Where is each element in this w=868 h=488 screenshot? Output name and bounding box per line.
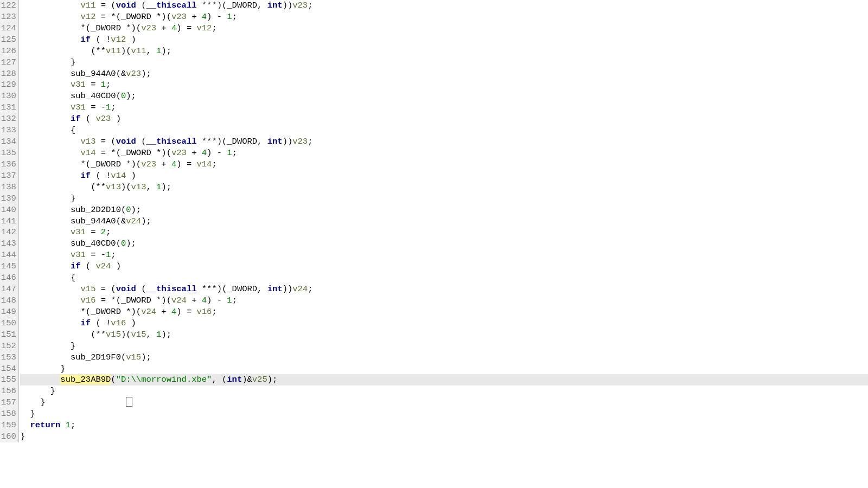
token: v16 (111, 318, 126, 328)
token: ) (111, 261, 121, 271)
code-line[interactable]: } (20, 386, 868, 397)
token: 1 (106, 102, 111, 112)
token: v23 (171, 148, 187, 158)
token: 1 (227, 148, 232, 158)
code-line[interactable]: *(_DWORD *)(v23 + 4) = v12; (20, 23, 868, 34)
token: 0 (121, 239, 126, 248)
line-number: 160 (1, 431, 16, 442)
code-line[interactable]: (**v11)(v11, 1); (20, 46, 868, 57)
code-line[interactable]: v13 = (void (__thiscall ***)(_DWORD, int… (20, 136, 868, 147)
code-line[interactable]: v11 = (void (__thiscall ***)(_DWORD, int… (20, 0, 868, 11)
line-number: 133 (1, 125, 16, 136)
token: ; (212, 23, 216, 33)
code-line[interactable]: v15 = (void (__thiscall ***)(_DWORD, int… (20, 284, 868, 295)
token: (& (116, 69, 126, 79)
code-line[interactable]: { (20, 125, 868, 136)
token: v14 (81, 148, 96, 158)
token: v23 (171, 12, 187, 22)
token: ); (141, 216, 151, 226)
token: ) - (207, 12, 227, 22)
code-line[interactable]: if ( !v16 ) (20, 318, 868, 329)
token: v31 (71, 80, 86, 89)
line-number: 131 (1, 102, 16, 113)
token: 1 (101, 80, 106, 89)
code-line[interactable]: } (20, 431, 868, 442)
token: { (71, 125, 75, 135)
code-line[interactable]: sub_40CD0(0); (20, 238, 868, 249)
token: = *(_DWORD *)( (95, 12, 171, 22)
code-line[interactable]: v31 = -1; (20, 249, 868, 261)
token: v24 (95, 261, 111, 271)
code-line[interactable]: v12 = *(_DWORD *)(v23 + 4) - 1; (20, 11, 868, 23)
code-line[interactable]: *(_DWORD *)(v24 + 4) = v16; (20, 306, 868, 318)
token: ); (141, 69, 151, 79)
code-line[interactable]: sub_2D2D10(0); (20, 204, 868, 216)
token: ); (161, 46, 171, 56)
token: v15 (126, 352, 141, 362)
token: 4 (202, 148, 207, 158)
code-line[interactable]: if ( v24 ) (20, 261, 868, 272)
code-line[interactable]: v14 = *(_DWORD *)(v23 + 4) - 1; (20, 147, 868, 159)
token: *(_DWORD *)( (81, 307, 142, 317)
token: __thiscall (146, 137, 196, 146)
token: v24 (171, 296, 187, 305)
code-line[interactable]: sub_944A0(&v23); (20, 68, 868, 80)
token: ( (136, 137, 146, 146)
code-line[interactable]: v31 = -1; (20, 102, 868, 113)
code-line[interactable]: sub_2D19F0(v15); (20, 352, 868, 363)
token: v12 (197, 23, 212, 33)
token: = ( (95, 137, 116, 146)
token: sub_23AB9D (60, 375, 111, 384)
token: )) (283, 137, 293, 146)
token: = (86, 227, 101, 237)
code-line[interactable]: } (20, 408, 868, 420)
code-line[interactable]: sub_23AB9D("D:\\morrowind.xbe", (int)&v2… (20, 374, 868, 386)
token: , (146, 182, 156, 192)
token: { (71, 273, 75, 282)
token: )( (121, 46, 131, 56)
token: 4 (171, 159, 176, 169)
token: ; (232, 296, 237, 305)
code-line[interactable]: { (20, 272, 868, 284)
line-number: 123 (1, 11, 16, 23)
token: } (20, 432, 25, 441)
code-line[interactable]: if ( v23 ) (20, 113, 868, 125)
code-line[interactable]: v31 = 1; (20, 79, 868, 91)
token: } (30, 409, 35, 419)
code-line[interactable]: if ( !v12 ) (20, 34, 868, 46)
token: ; (308, 284, 312, 294)
code-line[interactable]: v16 = *(_DWORD *)(v24 + 4) - 1; (20, 295, 868, 306)
code-line[interactable]: } (20, 341, 868, 352)
code-line[interactable]: *(_DWORD *)(v23 + 4) = v14; (20, 159, 868, 170)
code-line[interactable]: sub_40CD0(0); (20, 91, 868, 102)
code-editor[interactable]: 1221231241251261271281291301311321331341… (0, 0, 868, 442)
line-number: 125 (1, 34, 16, 46)
code-line[interactable]: } (20, 363, 868, 375)
token: ; (212, 307, 216, 317)
code-line[interactable]: } (20, 193, 868, 204)
line-number: 128 (1, 68, 16, 80)
token: if (71, 114, 81, 124)
code-line[interactable]: sub_944A0(&v24); (20, 216, 868, 227)
token: (** (91, 46, 106, 56)
token: ) = (176, 159, 196, 169)
code-line[interactable]: (**v13)(v13, 1); (20, 182, 868, 193)
code-line[interactable]: v31 = 2; (20, 227, 868, 238)
code-line[interactable]: (**v15)(v15, 1); (20, 329, 868, 341)
code-area[interactable]: v11 = (void (__thiscall ***)(_DWORD, int… (19, 0, 868, 442)
code-line[interactable]: return 1; (20, 420, 868, 431)
token: void (116, 284, 136, 294)
line-number: 142 (1, 227, 16, 238)
token: ); (267, 375, 278, 384)
token: sub_40CD0 (71, 239, 116, 248)
line-number: 143 (1, 238, 16, 249)
token: )& (242, 375, 252, 384)
code-line[interactable]: } (20, 397, 868, 408)
token: ) (111, 114, 121, 124)
line-number: 132 (1, 113, 16, 125)
line-number: 152 (1, 341, 16, 352)
token: ; (232, 148, 237, 158)
code-line[interactable]: } (20, 57, 868, 68)
line-number: 153 (1, 352, 16, 363)
code-line[interactable]: if ( !v14 ) (20, 170, 868, 182)
